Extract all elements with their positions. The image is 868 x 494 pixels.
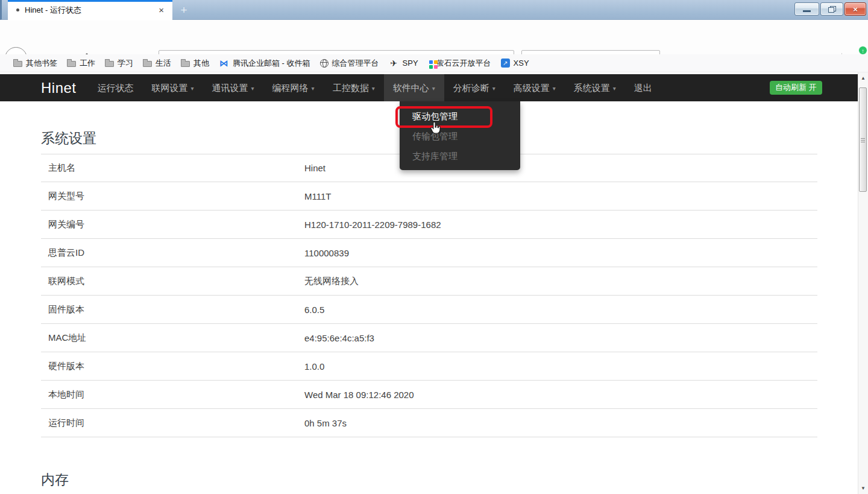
auto-refresh-toggle[interactable]: 自动刷新 开 bbox=[770, 81, 822, 95]
bookmark-icon bbox=[320, 59, 329, 68]
bookmark-label: 学习 bbox=[118, 58, 133, 69]
site-nav-item[interactable]: 联网设置▾ bbox=[143, 74, 203, 101]
restore-button[interactable] bbox=[820, 2, 843, 16]
chevron-down-icon: ▾ bbox=[372, 85, 375, 92]
bookmark-label: 综合管理平台 bbox=[332, 58, 379, 69]
bookmark-label: SPY bbox=[403, 59, 418, 68]
window-controls: × bbox=[794, 2, 866, 16]
bookmark-icon bbox=[501, 59, 510, 68]
table-row: 联网模式 无线网络接入 bbox=[41, 267, 817, 296]
scroll-down-arrow[interactable]: ▼ bbox=[858, 483, 868, 493]
update-badge-icon: ↑ bbox=[858, 46, 867, 55]
row-label: 联网模式 bbox=[41, 276, 304, 287]
site-nav-item[interactable]: 工控数据▾ bbox=[324, 74, 384, 101]
chevron-down-icon: ▾ bbox=[191, 85, 194, 92]
restore-icon bbox=[828, 6, 836, 13]
table-row: 网关编号 H120-1710-2011-2209-7989-1682 bbox=[41, 211, 817, 239]
page-scrollbar[interactable]: ▲ ▼ bbox=[858, 72, 868, 494]
bookmark-item[interactable]: 其他书签 bbox=[8, 56, 62, 71]
site-nav-item[interactable]: 系统设置▾ bbox=[565, 74, 625, 101]
browser-tab[interactable]: Hinet - 运行状态 × bbox=[8, 0, 172, 20]
bookmark-item[interactable]: XSY bbox=[496, 57, 534, 69]
minimize-icon bbox=[803, 10, 811, 12]
section-title-system: 系统设置 bbox=[41, 129, 96, 148]
chevron-down-icon: ▾ bbox=[251, 85, 254, 92]
bookmark-icon bbox=[105, 61, 114, 67]
bookmark-icon bbox=[67, 61, 76, 67]
row-value: H120-1710-2011-2209-7989-1682 bbox=[304, 220, 441, 230]
browser-window: Hinet - 运行状态 × + × ← → × bbox=[0, 0, 868, 494]
scrollbar-grip bbox=[861, 140, 865, 141]
row-value: 110000839 bbox=[304, 248, 349, 258]
row-value: e4:95:6e:4c:a5:f3 bbox=[304, 333, 374, 343]
bookmark-item[interactable]: 学习 bbox=[100, 56, 138, 71]
scroll-up-arrow[interactable]: ▲ bbox=[858, 73, 868, 83]
hand-cursor-icon bbox=[429, 121, 442, 136]
close-window-button[interactable]: × bbox=[844, 2, 866, 16]
site-navbar: Hinet 运行状态▾ 联网设置▾ 通讯设置▾ 编程网络▾ 工控数据▾ 软件中心… bbox=[0, 74, 858, 101]
row-label: 主机名 bbox=[41, 162, 304, 174]
table-row: 硬件版本 1.0.0 bbox=[41, 352, 817, 381]
new-tab-button[interactable]: + bbox=[175, 2, 192, 18]
bookmark-icon bbox=[181, 61, 190, 67]
row-label: 网关型号 bbox=[41, 191, 304, 202]
system-info-table: 主机名 Hinet 网关型号 M111T 网关编号 H120-1710-2011… bbox=[41, 154, 817, 437]
table-row: 本地时间 Wed Mar 18 09:12:46 2020 bbox=[41, 381, 817, 409]
bookmark-item[interactable]: SPY bbox=[384, 57, 423, 69]
bookmark-item[interactable]: 萤石云开放平台 bbox=[423, 56, 496, 71]
bookmark-icon bbox=[389, 59, 399, 68]
row-label: 思普云ID bbox=[41, 247, 304, 259]
chevron-down-icon: ▾ bbox=[492, 85, 495, 92]
row-label: 硬件版本 bbox=[41, 361, 304, 372]
bookmark-item[interactable]: 生活 bbox=[138, 56, 176, 71]
row-value: M111T bbox=[304, 191, 331, 201]
bookmark-icon bbox=[429, 60, 433, 64]
site-nav-item[interactable]: 通讯设置▾ bbox=[203, 74, 263, 101]
row-label: MAC地址 bbox=[41, 332, 304, 344]
bookmarks-bar: 其他书签 工作 学习 生活 其他 腾讯企 bbox=[0, 54, 868, 72]
tab-close-icon[interactable]: × bbox=[155, 4, 168, 16]
tab-favicon bbox=[16, 8, 19, 11]
dropdown-menu-item[interactable]: 支持库管理 bbox=[400, 146, 520, 166]
table-row: MAC地址 e4:95:6e:4c:a5:f3 bbox=[41, 324, 817, 352]
bookmark-item[interactable]: 工作 bbox=[62, 56, 100, 71]
bookmark-item[interactable]: 综合管理平台 bbox=[315, 56, 384, 71]
bookmark-item[interactable]: 腾讯企业邮箱 - 收件箱 bbox=[214, 56, 315, 71]
row-label: 本地时间 bbox=[41, 389, 304, 401]
dropdown-menu-item[interactable]: 传输包管理 bbox=[400, 126, 520, 146]
table-row: 思普云ID 110000839 bbox=[41, 239, 817, 267]
bookmark-label: 生活 bbox=[156, 58, 171, 69]
table-row: 固件版本 6.0.5 bbox=[41, 296, 817, 324]
minimize-button[interactable] bbox=[794, 2, 819, 16]
bookmark-label: 其他书签 bbox=[26, 58, 57, 69]
bookmark-label: 工作 bbox=[80, 58, 95, 69]
bookmark-icon bbox=[219, 59, 229, 68]
bookmark-label: 腾讯企业邮箱 - 收件箱 bbox=[233, 58, 310, 69]
titlebar: Hinet - 运行状态 × + × bbox=[0, 0, 868, 20]
navigation-toolbar: ← → × 192.168.9.99/cgi-bin/luci bbox=[0, 21, 868, 54]
site-logo[interactable]: Hinet bbox=[41, 80, 77, 97]
row-value: 无线网络接入 bbox=[304, 276, 359, 287]
site-nav-item[interactable]: 分析诊断▾ bbox=[444, 74, 505, 101]
row-value: 6.0.5 bbox=[304, 305, 324, 315]
row-value: 1.0.0 bbox=[304, 361, 324, 372]
bookmark-label: 其他 bbox=[193, 58, 209, 69]
bookmark-icon bbox=[143, 61, 152, 67]
bookmark-icon bbox=[13, 61, 22, 67]
scrollbar-thumb[interactable] bbox=[859, 87, 867, 192]
chevron-down-icon: ▾ bbox=[432, 85, 435, 92]
site-nav-item[interactable]: 运行状态▾ bbox=[89, 74, 143, 101]
bookmark-item[interactable]: 其他 bbox=[176, 56, 214, 71]
site-nav-item[interactable]: 退出▾ bbox=[625, 74, 661, 101]
table-row: 网关型号 M111T bbox=[41, 182, 817, 211]
bookmark-label: 萤石云开放平台 bbox=[436, 58, 491, 69]
row-value: Hinet bbox=[304, 163, 326, 173]
close-window-icon: × bbox=[853, 5, 858, 14]
table-row: 运行时间 0h 5m 37s bbox=[41, 409, 817, 437]
site-nav-item[interactable]: 编程网络▾ bbox=[263, 74, 324, 101]
page-content: Hinet 运行状态▾ 联网设置▾ 通讯设置▾ 编程网络▾ 工控数据▾ 软件中心… bbox=[0, 72, 868, 494]
row-value: 0h 5m 37s bbox=[304, 418, 347, 428]
site-nav-item[interactable]: 高级设置▾ bbox=[505, 74, 565, 101]
row-value: Wed Mar 18 09:12:46 2020 bbox=[304, 390, 414, 400]
site-nav-item[interactable]: 软件中心▾ bbox=[384, 74, 444, 101]
